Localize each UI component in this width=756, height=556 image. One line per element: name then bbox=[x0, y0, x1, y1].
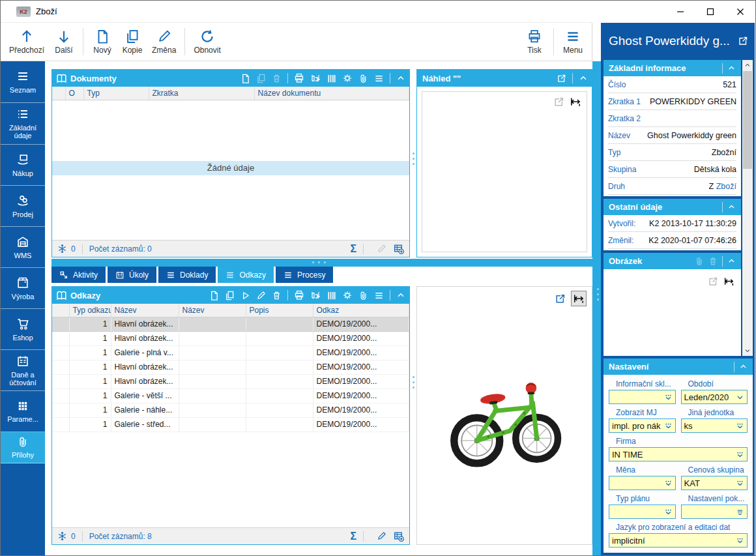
druh-link[interactable]: Zboží bbox=[716, 182, 736, 191]
close-button[interactable] bbox=[725, 1, 755, 22]
jazyk-dropdown[interactable]: implicitní bbox=[609, 533, 748, 548]
col-header[interactable]: Typ bbox=[83, 87, 149, 100]
hamburger-icon[interactable] bbox=[374, 291, 384, 300]
sum-button[interactable]: Σ bbox=[350, 531, 356, 542]
snowflake-icon[interactable] bbox=[57, 244, 67, 254]
splitter-handle[interactable] bbox=[594, 288, 601, 300]
trash-icon[interactable] bbox=[708, 257, 718, 266]
external-link-icon[interactable] bbox=[557, 74, 566, 83]
typ-planu-dropdown[interactable] bbox=[609, 505, 676, 519]
print-icon[interactable] bbox=[294, 73, 304, 83]
snowflake-icon[interactable] bbox=[57, 531, 67, 541]
external-link-icon[interactable] bbox=[738, 36, 748, 46]
new-record-icon[interactable] bbox=[209, 291, 219, 300]
copy-record-icon[interactable] bbox=[256, 74, 266, 83]
sidebar-item-prilohy[interactable]: Přílohy bbox=[1, 432, 45, 463]
field-row[interactable]: TypZbožní bbox=[608, 144, 736, 161]
obdobi-dropdown[interactable]: Leden/2020 bbox=[681, 390, 748, 404]
collapse-chevron-icon[interactable] bbox=[727, 64, 736, 72]
field-row[interactable]: SkupinaDětská kola bbox=[608, 161, 736, 178]
sidebar-item-parametry[interactable]: Parame... bbox=[1, 391, 45, 432]
field-row[interactable]: Zkratka 2 bbox=[608, 110, 736, 127]
copy-record-icon[interactable] bbox=[225, 291, 235, 300]
sidebar-item-prodej[interactable]: Prodej bbox=[1, 186, 45, 227]
previous-button[interactable]: Předchozí bbox=[5, 24, 49, 59]
fit-width-toggle[interactable] bbox=[571, 291, 587, 306]
col-header[interactable]: Zkratka bbox=[149, 87, 254, 100]
columns-icon[interactable] bbox=[327, 74, 336, 83]
collapse-chevron-icon[interactable] bbox=[727, 203, 736, 211]
firma-dropdown[interactable]: IN TIME bbox=[609, 447, 748, 461]
scroll-up-button[interactable] bbox=[742, 60, 753, 70]
table-row[interactable]: 1Galerie - větší ...DEMO/19/2000... bbox=[52, 388, 409, 403]
copy-button[interactable]: Kopie bbox=[117, 24, 147, 59]
detail-scrollbar[interactable] bbox=[742, 60, 753, 356]
paperclip-icon[interactable] bbox=[695, 257, 704, 266]
col-header[interactable]: Název bbox=[111, 304, 179, 317]
col-header[interactable]: Název bbox=[179, 304, 246, 317]
main-vertical-splitter[interactable] bbox=[592, 61, 601, 556]
new-button[interactable]: Nový bbox=[87, 24, 117, 59]
change-button[interactable]: Změna bbox=[147, 24, 181, 59]
scroll-down-button[interactable] bbox=[742, 345, 753, 356]
fit-width-icon[interactable] bbox=[723, 276, 734, 287]
tab-procesy[interactable]: Procesy bbox=[276, 267, 333, 283]
table-row[interactable]: 1Hlavní obrázek...DEMO/19/2000... bbox=[52, 331, 409, 345]
col-header[interactable]: O bbox=[65, 87, 83, 100]
field-row[interactable]: Zkratka 1POWERKIDDY GREEN bbox=[608, 93, 736, 110]
table-row[interactable]: 1Hlavní obrázek...DEMO/19/2000... bbox=[52, 374, 409, 388]
edit-pencil-icon[interactable] bbox=[256, 291, 266, 300]
mena-dropdown[interactable] bbox=[609, 476, 676, 490]
informacni-sklad-dropdown[interactable] bbox=[609, 390, 676, 404]
tab-ukoly[interactable]: Úkoly bbox=[108, 267, 156, 283]
splitter-handle[interactable] bbox=[312, 261, 326, 263]
edit-pencil-icon[interactable] bbox=[377, 531, 386, 541]
next-button[interactable]: Další bbox=[49, 24, 79, 59]
collapse-chevron-icon[interactable] bbox=[739, 362, 748, 371]
tab-aktivity[interactable]: Aktivity bbox=[51, 267, 106, 283]
horizontal-splitter[interactable] bbox=[51, 259, 599, 267]
table-row[interactable]: 1Galerie - střed...DEMO/19/2000... bbox=[52, 417, 409, 432]
sidebar-item-wms[interactable]: WMS bbox=[1, 227, 45, 268]
col-header[interactable]: Typ odkazu bbox=[69, 304, 111, 317]
paperclip-icon[interactable] bbox=[358, 74, 368, 83]
columns-icon[interactable] bbox=[327, 291, 336, 300]
table-add-icon[interactable] bbox=[393, 531, 404, 542]
col-indicator[interactable] bbox=[52, 87, 65, 100]
edit-pencil-icon[interactable] bbox=[377, 244, 386, 254]
cenova-skupina-dropdown[interactable]: KAT bbox=[681, 476, 748, 490]
col-indicator[interactable] bbox=[52, 304, 69, 317]
gear-icon[interactable] bbox=[342, 73, 353, 83]
sidebar-item-nakup[interactable]: Nákup bbox=[1, 145, 45, 186]
minimize-button[interactable] bbox=[665, 1, 695, 22]
play-icon[interactable] bbox=[240, 291, 250, 300]
nastaveni-pokladny-dropdown[interactable] bbox=[681, 505, 748, 519]
paperclip-icon[interactable] bbox=[358, 291, 368, 300]
print-icon[interactable] bbox=[294, 290, 304, 300]
table-row[interactable]: 1Hlavní obrázek...DEMO/19/2000... bbox=[52, 360, 409, 374]
table-row[interactable]: 1Hlavní obrázek...DEMO/19/2000... bbox=[52, 317, 409, 331]
tab-doklady[interactable]: Doklady bbox=[158, 267, 216, 283]
sidebar-item-dane-a-uctovani[interactable]: Daně a účtování bbox=[1, 350, 45, 391]
vertical-splitter[interactable] bbox=[410, 153, 416, 165]
tab-odkazy[interactable]: Odkazy bbox=[218, 267, 274, 283]
jina-jednotka-dropdown[interactable]: ks bbox=[681, 418, 748, 433]
menu-button[interactable]: Menu bbox=[558, 24, 588, 59]
collapse-chevron-icon[interactable] bbox=[396, 74, 405, 83]
refresh-button[interactable]: Obnovit bbox=[189, 24, 225, 59]
scrollbar-thumb[interactable] bbox=[743, 71, 752, 169]
external-link-icon[interactable] bbox=[708, 276, 718, 287]
field-row[interactable]: Číslo521 bbox=[608, 76, 736, 93]
collapse-chevron-icon[interactable] bbox=[727, 257, 736, 265]
collapse-chevron-icon[interactable] bbox=[579, 74, 588, 83]
fit-width-icon[interactable] bbox=[570, 96, 581, 108]
new-record-icon[interactable] bbox=[240, 74, 250, 83]
sidebar-item-eshop[interactable]: Eshop bbox=[1, 309, 45, 350]
col-header[interactable]: Popis bbox=[246, 304, 313, 317]
collapse-chevron-icon[interactable] bbox=[396, 291, 405, 300]
sort-chart-icon[interactable] bbox=[310, 73, 321, 83]
field-row[interactable]: NázevGhost Powerkiddy green bbox=[608, 127, 736, 144]
vertical-splitter[interactable] bbox=[410, 376, 416, 388]
delete-record-icon[interactable] bbox=[272, 291, 282, 300]
delete-record-icon[interactable] bbox=[272, 74, 282, 83]
